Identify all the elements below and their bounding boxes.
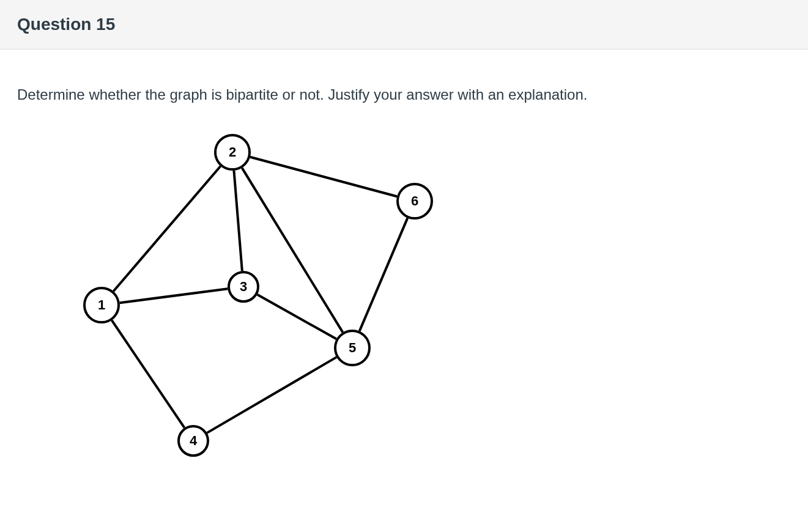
edge-2-6: [250, 157, 397, 196]
node-label: 1: [98, 297, 105, 313]
edge-2-3: [234, 171, 242, 271]
graph-diagram: 1 2 3 4 5 6: [60, 128, 488, 476]
graph-edges: [60, 128, 488, 476]
node-label: 3: [240, 279, 247, 295]
question-prompt: Determine whether the graph is bipartite…: [17, 86, 791, 103]
graph-node-5: 5: [334, 330, 371, 366]
edge-1-4: [112, 320, 185, 428]
graph-node-2: 2: [214, 134, 251, 171]
node-label: 2: [229, 144, 236, 160]
node-label: 6: [411, 193, 418, 209]
edge-1-2: [114, 166, 221, 291]
edge-2-5: [242, 168, 343, 333]
question-header: Question 15: [0, 0, 808, 50]
question-title: Question 15: [17, 15, 791, 34]
graph-node-4: 4: [177, 425, 209, 457]
edge-5-6: [360, 218, 408, 331]
node-label: 5: [349, 340, 356, 356]
edge-1-3: [120, 289, 228, 303]
graph-node-6: 6: [396, 183, 433, 220]
question-body: Determine whether the graph is bipartite…: [0, 50, 808, 493]
graph-node-1: 1: [83, 287, 120, 323]
graph-node-3: 3: [228, 271, 259, 303]
edge-4-5: [207, 357, 336, 433]
node-label: 4: [190, 433, 197, 449]
